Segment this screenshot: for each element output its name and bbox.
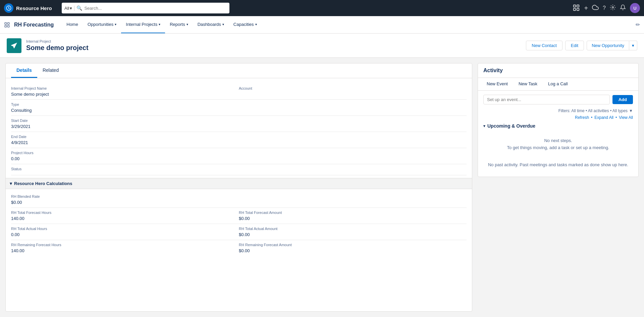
record-name: Some demo project [26, 44, 89, 52]
field-col-remaining-amount: RH Remaining Forecast Amount $0.00 ✏ [239, 243, 467, 253]
activity-tabs: New Event New Task Log a Call [478, 78, 638, 91]
field-label-remaining-hours: RH Remaining Forecast Hours [11, 243, 233, 247]
field-col-end-date: End Date 4/9/2021 ✏ [11, 135, 239, 145]
edit-button[interactable]: Edit [565, 41, 584, 50]
field-value-forecast-amount: $0.00 [239, 216, 461, 221]
detail-panel: Details Related Internal Project Name So… [5, 63, 472, 312]
activity-tab-new-event[interactable]: New Event [482, 78, 513, 90]
field-col-empty-start [239, 119, 467, 129]
activity-filters: Filters: All time • All activities • All… [483, 108, 633, 113]
field-row-type: Type Consulting ✏ [11, 100, 467, 116]
separator2: • [615, 115, 617, 120]
filter-icon[interactable]: ▼ [629, 108, 633, 113]
app-logo: Resource Hero [4, 3, 58, 13]
new-opportunity-button[interactable]: New Opportunity [587, 41, 629, 50]
tab-details[interactable]: Details [11, 63, 37, 78]
nav-item-dashboards[interactable]: Dashboards▾ [193, 16, 229, 33]
upcoming-header[interactable]: ▾ Upcoming & Overdue [483, 123, 633, 129]
field-row-project-hours: Project Hours 0.00 ✏ [11, 148, 467, 164]
field-col-remaining-hours: RH Remaining Forecast Hours 140.00 ✏ [11, 243, 239, 253]
field-row-name-account: Internal Project Name Some demo project … [11, 84, 467, 100]
logo-icon [4, 3, 13, 13]
svg-rect-6 [577, 8, 579, 10]
detail-body: Internal Project Name Some demo project … [6, 78, 472, 261]
record-info: Internal Project Some demo project [26, 39, 89, 52]
activity-tab-new-task[interactable]: New Task [514, 78, 542, 90]
activity-event-input[interactable] [483, 95, 610, 104]
svg-line-2 [9, 8, 9, 9]
cloud-icon[interactable] [592, 4, 599, 12]
field-col-account: Account ✏ [239, 86, 467, 97]
field-value-name: Some demo project [11, 92, 233, 97]
new-opportunity-dropdown-button[interactable]: ▾ [629, 41, 637, 50]
capacities-chevron-icon: ▾ [255, 22, 257, 26]
record-type: Internal Project [26, 39, 89, 43]
activity-tab-log-call[interactable]: Log a Call [543, 78, 573, 90]
section-chevron-icon[interactable]: ▾ [10, 181, 12, 186]
field-label-project-hours: Project Hours [11, 151, 233, 155]
field-row-actual: RH Total Actual Hours 0.00 ✏ RH Total Ac… [11, 224, 467, 240]
field-value-actual-amount: $0.00 [239, 232, 461, 237]
help-icon[interactable]: ? [603, 5, 606, 11]
activity-input-row: Add [483, 95, 633, 104]
record-header: Internal Project Some demo project New C… [0, 34, 644, 58]
scope-chevron-icon[interactable]: ▾ [70, 6, 72, 11]
new-contact-button[interactable]: New Contact [526, 41, 562, 50]
upcoming-title: Upcoming & Overdue [487, 123, 535, 129]
field-col-empty-hours [239, 151, 467, 161]
field-row-start-date: Start Date 3/29/2021 ✏ [11, 116, 467, 132]
field-value-project-hours: 0.00 [11, 156, 233, 161]
svg-rect-10 [5, 25, 6, 27]
field-col-empty-blended [239, 194, 467, 205]
favorites-icon[interactable] [573, 4, 580, 12]
expand-all-link[interactable]: Expand All [594, 115, 613, 120]
nav-item-capacities[interactable]: Capacities▾ [229, 16, 262, 33]
activity-add-button[interactable]: Add [612, 95, 633, 104]
nav-item-internal-projects[interactable]: Internal Projects▾ [121, 16, 165, 33]
field-label-actual-amount: RH Total Actual Amount [239, 227, 461, 231]
field-label-account: Account [239, 86, 461, 90]
notifications-icon[interactable] [620, 4, 626, 12]
view-all-link[interactable]: View All [619, 115, 633, 120]
user-avatar[interactable]: U [630, 3, 640, 13]
top-nav: Resource Hero All ▾ 🔍 + ? U [0, 0, 644, 16]
nav-edit-icon[interactable]: ✏ [636, 21, 640, 28]
field-col-type: Type Consulting ✏ [11, 102, 239, 113]
search-input[interactable] [84, 6, 227, 11]
field-row-forecast: RH Total Forecast Hours 140.00 ✏ RH Tota… [11, 208, 467, 224]
upcoming-chevron-icon: ▾ [483, 124, 485, 128]
grid-menu-icon[interactable] [4, 22, 10, 28]
field-col-actual-amount: RH Total Actual Amount $0.00 ✏ [239, 227, 467, 237]
field-row-end-date: End Date 4/9/2021 ✏ [11, 132, 467, 148]
nav-item-reports[interactable]: Reports▾ [165, 16, 193, 33]
search-icon: 🔍 [76, 5, 82, 11]
svg-point-7 [612, 7, 614, 8]
activity-panel: Activity New Event New Task Log a Call A… [478, 63, 639, 177]
opportunities-chevron-icon: ▾ [115, 22, 116, 26]
field-col-forecast-amount: RH Total Forecast Amount $0.00 ✏ [239, 211, 467, 221]
tab-related[interactable]: Related [37, 63, 64, 78]
field-row-blended-rate: RH Blended Rate $0.00 ✏ [11, 192, 467, 208]
field-label-remaining-amount: RH Remaining Forecast Amount [239, 243, 461, 247]
detail-tabs: Details Related [6, 63, 472, 78]
settings-icon[interactable] [610, 4, 616, 12]
add-icon[interactable]: + [584, 4, 588, 12]
no-steps-message: No next steps. To get things moving, add… [483, 132, 633, 157]
nav-item-opportunities[interactable]: Opportunities▾ [83, 16, 121, 33]
field-row-remaining: RH Remaining Forecast Hours 140.00 ✏ RH … [11, 240, 467, 256]
refresh-link[interactable]: Refresh [575, 115, 589, 120]
no-past-activity: No past activity. Past meetings and task… [483, 157, 633, 173]
field-col-name: Internal Project Name Some demo project … [11, 86, 239, 97]
field-col-actual-hours: RH Total Actual Hours 0.00 ✏ [11, 227, 239, 237]
field-label-status: Status [11, 167, 233, 171]
new-opportunity-split-button: New Opportunity ▾ [587, 41, 637, 50]
internal-projects-chevron-icon: ▾ [159, 22, 160, 26]
field-value-start-date: 3/29/2021 [11, 124, 233, 129]
field-row-status: Status ✏ [11, 164, 467, 175]
activity-title: Activity [478, 63, 638, 78]
nav-item-home[interactable]: Home [62, 16, 83, 33]
field-label-type: Type [11, 102, 233, 106]
search-scope[interactable]: All ▾ [64, 6, 74, 11]
field-label-end-date: End Date [11, 135, 233, 139]
field-col-empty-end [239, 135, 467, 145]
